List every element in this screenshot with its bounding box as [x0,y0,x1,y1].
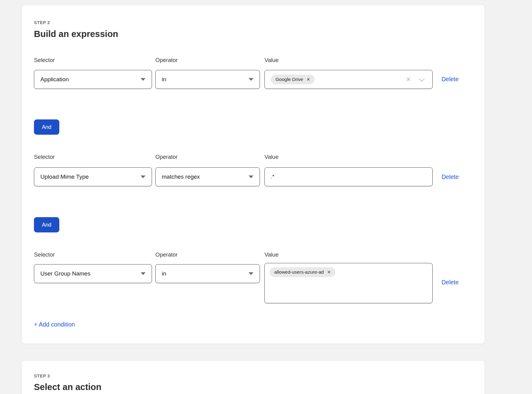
value-tag: allowed-users-azure-ad ✕ [270,267,335,277]
value-column-label: Value [264,154,433,160]
operator-dropdown-1[interactable]: in [155,70,260,89]
operator-column-label: Operator [155,154,260,160]
step2-label: STEP 2 [34,20,50,25]
chevron-down-icon [249,176,253,178]
delete-condition-2-link[interactable]: Delete [441,173,459,181]
operator-dropdown-2[interactable]: matches regex [155,167,260,186]
step3-label: STEP 3 [34,374,50,378]
value-tag-label: Google Drive [275,77,303,82]
chevron-down-icon [249,78,253,81]
value-column-label: Value [264,57,433,64]
selector-dropdown-3-value: User Group Names [40,270,91,277]
dropdown-chevron-icon[interactable] [419,76,424,82]
step2-title: Build an expression [34,29,118,39]
chevron-down-icon [249,272,253,275]
selector-dropdown-3[interactable]: User Group Names [34,264,152,283]
selector-dropdown-2[interactable]: Upload Mime Type [34,167,152,186]
tag-remove-icon[interactable]: ✕ [306,77,310,82]
step3-title: Select an action [34,382,102,392]
operator-column-label: Operator [155,57,260,64]
value-tag-label: allowed-users-azure-ad [274,269,324,275]
operator-dropdown-3[interactable]: in [155,264,260,283]
operator-dropdown-1-value: in [162,76,166,83]
value-input-2[interactable]: .* [264,167,433,186]
clear-icon[interactable]: ✕ [406,76,411,83]
and-button-1[interactable]: And [34,119,59,135]
step3-card: STEP 3 Select an action [21,360,485,394]
selector-column-label: Selector [34,251,152,258]
delete-condition-1-link[interactable]: Delete [441,76,459,83]
selector-dropdown-1-value: Application [40,76,69,83]
tag-remove-icon[interactable]: ✕ [327,270,331,274]
operator-column-label: Operator [155,251,260,258]
value-input-2-text: .* [271,174,274,180]
selector-column-label: Selector [34,57,152,64]
operator-dropdown-2-value: matches regex [162,173,200,180]
chevron-down-icon [141,176,146,178]
value-tag: Google Drive ✕ [271,75,315,84]
step2-card: STEP 2 Build an expression Selector Oper… [21,5,485,344]
chevron-down-icon [141,272,146,275]
delete-condition-3-link[interactable]: Delete [441,279,459,286]
operator-dropdown-3-value: in [162,270,166,277]
selector-dropdown-2-value: Upload Mime Type [40,173,89,180]
chevron-down-icon [141,78,146,81]
add-condition-link[interactable]: + Add condition [34,321,75,328]
selector-dropdown-1[interactable]: Application [34,70,152,89]
selector-column-label: Selector [34,154,152,160]
value-column-label: Value [264,251,433,258]
value-multiselect-1[interactable]: Google Drive ✕ ✕ [264,70,433,89]
value-multiselect-3[interactable]: allowed-users-azure-ad ✕ [264,263,433,303]
and-button-2[interactable]: And [34,217,59,232]
